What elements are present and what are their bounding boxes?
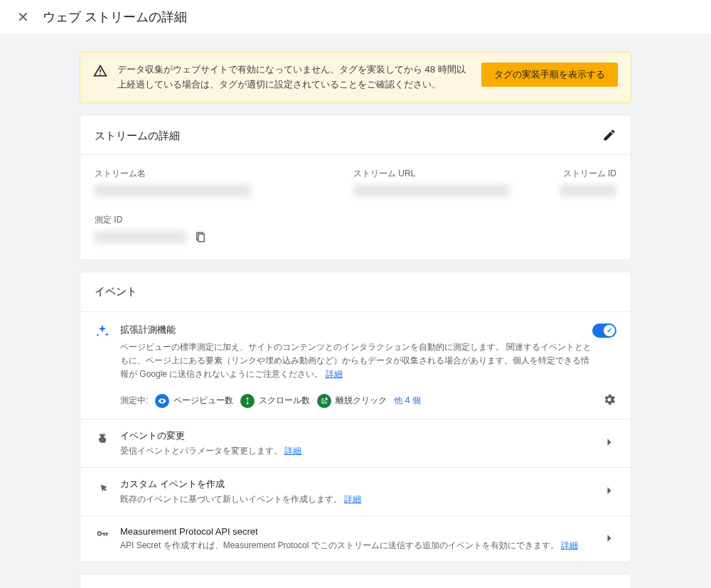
badge-outbound: 離脱クリック [317,394,387,408]
measuring-label: 測定中: [120,395,148,407]
measurement-id-label: 測定 ID [95,214,616,226]
modify-events-item[interactable]: イベントの変更 受信イベントとパラメータを変更します。 詳細 [80,419,631,467]
alert-text: データ収集がウェブサイトで有効になっていません。タグを実装してから 48 時間以… [117,63,471,92]
mp-secret-link[interactable]: 詳細 [561,540,578,550]
cursor-click-icon [95,479,110,496]
close-icon[interactable]: ✕ [14,9,31,26]
page-title: ウェブ ストリームの詳細 [43,9,187,26]
touch-icon [95,431,110,447]
mp-secret-item[interactable]: Measurement Protocol API secret API Secr… [80,515,631,562]
copy-icon[interactable] [194,230,207,245]
mp-secret-desc: API Secret を作成すれば、Measurement Protocol で… [120,539,592,552]
chevron-right-icon [602,483,616,500]
custom-events-link[interactable]: 詳細 [344,494,361,504]
custom-events-item[interactable]: カスタム イベントを作成 既存のイベントに基づいて新しいイベントを作成します。 … [80,467,631,515]
stream-url-label: ストリーム URL [353,168,528,180]
warning-icon [93,64,107,80]
stream-name-value [95,184,251,197]
badge-scroll: スクロール数 [240,394,310,408]
more-measurements-link[interactable]: 他 4 個 [394,395,420,407]
measurement-id-value [95,231,187,244]
modify-events-title: イベントの変更 [120,429,592,442]
stream-id-label: ストリーム ID [545,168,616,180]
edit-icon[interactable] [602,128,616,144]
gear-icon[interactable] [602,392,616,409]
modify-events-link[interactable]: 詳細 [284,446,301,456]
chevron-right-icon [602,531,616,547]
key-icon [95,528,110,544]
eye-icon [155,394,169,408]
google-tag-title: Google タグ [80,574,631,588]
show-tag-instructions-button[interactable]: タグの実装手順を表示する [481,63,618,87]
svg-point-1 [100,73,101,75]
stream-id-value [560,184,616,197]
stream-url-value [353,184,510,197]
events-title: イベント [80,272,631,311]
sparkle-icon [95,324,110,410]
scroll-icon [240,394,255,408]
stream-details-card: ストリームの詳細 ストリーム名 ストリーム URL ストリーム ID [80,114,631,260]
stream-name-label: ストリーム名 [95,168,336,180]
exit-icon [317,394,331,408]
enhanced-measurement-desc: ページビューの標準測定に加え、サイトのコンテンツとのインタラクションを自動的に測… [120,341,592,382]
stream-details-title: ストリームの詳細 [95,129,180,143]
badge-pageview: ページビュー数 [155,394,233,408]
events-card: イベント 拡張計測機能 ページビューの標準測定に加え、サイトのコンテンツとのイン… [80,272,631,563]
enhanced-measurement-toggle[interactable]: ✓ [592,324,616,338]
custom-events-title: カスタム イベントを作成 [120,478,592,491]
custom-events-desc: 既存のイベントに基づいて新しいイベントを作成します。 詳細 [120,493,592,506]
alert-banner: データ収集がウェブサイトで有効になっていません。タグを実装してから 48 時間以… [80,52,631,103]
chevron-right-icon [602,435,616,451]
modify-events-desc: 受信イベントとパラメータを変更します。 詳細 [120,444,592,457]
enhanced-details-link[interactable]: 詳細 [326,369,343,379]
mp-secret-title: Measurement Protocol API secret [120,526,592,537]
google-tag-card: Google タグ タグ設定を行う クロスドメイン リンクや内部トラフィックなど… [80,574,631,588]
enhanced-measurement-title: 拡張計測機能 [120,324,592,336]
